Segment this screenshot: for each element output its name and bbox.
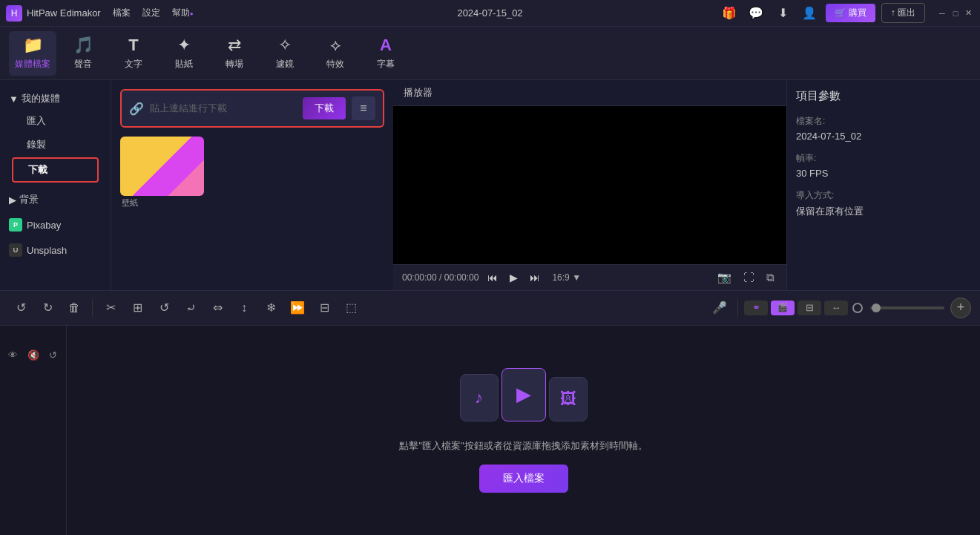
fullscreen-button[interactable]: ⛶ — [740, 269, 757, 285]
add-track-button[interactable]: + — [950, 298, 971, 318]
flip-v-button[interactable]: ↕ — [232, 296, 256, 320]
bottom-toolbar: ↺ ↻ 🗑 ✂ ⊞ ↺ ⤾ ⇔ ↕ ❄ ⏩ ⊟ ⬚ 🎤 ⚭ 🎬 ⊟ ↔ + — [0, 290, 980, 326]
menu-file[interactable]: 檔案 — [113, 7, 131, 19]
transition-icon: ⇄ — [228, 36, 241, 55]
logo-icon: H — [6, 5, 22, 22]
flip-h-button[interactable]: ⇔ — [205, 296, 229, 320]
menu-bar: 檔案 設定 幫助● — [113, 7, 194, 19]
menu-help[interactable]: 幫助● — [172, 7, 194, 19]
track-controls: 👁 🔇 ↺ — [0, 326, 66, 385]
sidebar-background-label: 背景 — [19, 193, 39, 206]
gift-icon[interactable]: 🎁 — [719, 3, 740, 24]
track-speaker-button[interactable]: 🔇 — [26, 347, 40, 364]
play-button[interactable]: ▶ — [507, 270, 521, 285]
image-card-icon: 🖼 — [549, 377, 588, 421]
unsplash-badge: U — [9, 243, 22, 257]
download-list-button[interactable]: ≡ — [352, 96, 375, 120]
download-input-area[interactable]: 貼上連結進行下載 — [150, 102, 297, 115]
sidebar-record-label: 錄製 — [27, 138, 46, 151]
toolbar-filter[interactable]: ✧ 濾鏡 — [261, 31, 309, 76]
link-tracks-button[interactable]: ⚭ — [744, 301, 768, 315]
minimize-button[interactable]: ─ — [937, 8, 947, 19]
user-icon[interactable]: 👤 — [799, 3, 820, 24]
snapshot-button[interactable]: 📷 — [714, 269, 734, 286]
sidebar-item-pixabay[interactable]: P Pixabay — [3, 214, 108, 236]
media-item-wallpaper[interactable]: 壁紙 — [120, 137, 204, 209]
sidebar-unsplash-label: Unsplash — [27, 245, 67, 256]
sidebar-item-record[interactable]: 錄製 — [12, 134, 99, 156]
crop-button[interactable]: ⊞ — [125, 296, 149, 320]
zoom-slider-thumb — [872, 303, 881, 312]
import-method-value: 保留在原有位置 — [796, 205, 971, 218]
media-grid: 壁紙 — [120, 137, 384, 209]
framerate-value: 30 FPS — [796, 168, 971, 179]
buy-button[interactable]: 🛒 購買 — [826, 4, 875, 22]
aspect-ratio[interactable]: 16:9 ▼ — [552, 272, 581, 283]
app-logo: H HitPaw Edimakor — [6, 5, 101, 22]
framerate-field: 幀率: 30 FPS — [796, 152, 971, 179]
video-track-button[interactable]: 🎬 — [771, 301, 795, 315]
toolbar-divider-2 — [737, 299, 738, 317]
keyframe-button[interactable]: ↔ — [824, 301, 848, 315]
download-button[interactable]: 下載 — [303, 97, 346, 119]
app-name: HitPaw Edimakor — [27, 7, 101, 19]
toolbar-effect[interactable]: ⟡ 特效 — [312, 31, 359, 76]
pip-button[interactable]: ⧉ — [763, 269, 777, 286]
track-lock-button[interactable]: ↺ — [46, 347, 60, 364]
sidebar-item-unsplash[interactable]: U Unsplash — [3, 239, 108, 261]
undo-button[interactable]: ↺ — [9, 296, 33, 320]
speed-button[interactable]: ⏩ — [286, 296, 309, 320]
delete-button[interactable]: 🗑 — [62, 296, 86, 320]
toolbar-subtitle[interactable]: A 字幕 — [362, 31, 410, 76]
sidebar-background-section: ▶ 背景 — [0, 187, 111, 212]
export-button[interactable]: ↑ 匯出 — [881, 3, 925, 23]
zoom-slider[interactable] — [870, 306, 944, 309]
wallpaper-label: 壁紙 — [120, 197, 204, 209]
chevron-right-icon: ▶ — [9, 194, 16, 206]
split-button[interactable]: ⊟ — [312, 296, 336, 320]
sidebar-background-toggle[interactable]: ▶ 背景 — [9, 190, 102, 209]
main-area: ▼ 我的媒體 匯入 錄製 下載 ▶ 背景 P Pixabay U Un — [0, 80, 980, 290]
redo-button[interactable]: ↻ — [36, 296, 59, 320]
toolbar-sticker[interactable]: ✦ 貼紙 — [160, 31, 208, 76]
subtitle-label: 字幕 — [377, 58, 395, 70]
pixabay-badge: P — [9, 218, 22, 232]
sidebar: ▼ 我的媒體 匯入 錄製 下載 ▶ 背景 P Pixabay U Un — [0, 80, 111, 290]
prev-frame-button[interactable]: ⏮ — [484, 270, 501, 285]
toolbar-text[interactable]: T 文字 — [110, 31, 157, 76]
chat-icon[interactable]: 💬 — [746, 3, 766, 24]
import-files-button[interactable]: 匯入檔案 — [479, 465, 568, 493]
toolbar-transition[interactable]: ⇄ 轉場 — [211, 31, 258, 76]
toolbar-audio[interactable]: 🎵 聲音 — [59, 31, 107, 76]
mic-button[interactable]: 🎤 — [708, 296, 731, 320]
audio-track-button[interactable]: ⊟ — [798, 301, 821, 315]
freeze-button[interactable]: ❄ — [259, 296, 283, 320]
next-frame-button[interactable]: ⏭ — [527, 270, 543, 285]
timeline-empty-text: 點擊"匯入檔案"按鈕或者從資源庫拖拽添加素材到時間軸。 — [399, 439, 647, 453]
maximize-button[interactable]: □ — [950, 8, 961, 19]
track-eye-button[interactable]: 👁 — [6, 347, 20, 364]
download-bar: 🔗 貼上連結進行下載 下載 ≡ — [120, 89, 384, 128]
close-button[interactable]: ✕ — [964, 8, 974, 19]
download-icon[interactable]: ⬇ — [772, 3, 793, 24]
menu-settings[interactable]: 設定 — [142, 7, 160, 19]
preview-controls: 00:00:00 / 00:00:00 ⏮ ▶ ⏭ 16:9 ▼ 📷 ⛶ ⧉ — [393, 264, 786, 290]
import-method-field: 導入方式: 保留在原有位置 — [796, 189, 971, 218]
preview-area: 播放器 00:00:00 / 00:00:00 ⏮ ▶ ⏭ 16:9 ▼ 📷 ⛶… — [393, 80, 787, 290]
rotate-button[interactable]: ⤾ — [179, 296, 203, 320]
filter-label: 濾鏡 — [276, 58, 294, 70]
cut-button[interactable]: ✂ — [99, 296, 122, 320]
main-toolbar: 📁 媒體檔案 🎵 聲音 T 文字 ✦ 貼紙 ⇄ 轉場 ✧ 濾鏡 ⟡ 特效 A 字… — [0, 27, 980, 80]
loop-button[interactable]: ↺ — [152, 296, 176, 320]
sticker-label: 貼紙 — [175, 58, 193, 70]
sidebar-my-media-toggle[interactable]: ▼ 我的媒體 — [9, 89, 102, 108]
sidebar-item-import[interactable]: 匯入 — [12, 110, 99, 132]
sidebar-download-label: 下載 — [28, 163, 47, 177]
toolbar-media[interactable]: 📁 媒體檔案 — [9, 31, 56, 76]
trim-button[interactable]: ⬚ — [339, 296, 363, 320]
effect-label: 特效 — [326, 58, 344, 70]
sidebar-pixabay-label: Pixabay — [27, 220, 61, 231]
sidebar-my-media-label: 我的媒體 — [22, 92, 60, 105]
sidebar-item-download[interactable]: 下載 — [12, 157, 99, 183]
timeline-area: 👁 🔇 ↺ ♪ ▶ 🖼 點擊"匯入檔案"按鈕或者從資源庫拖拽添加素材到時間軸。 … — [0, 326, 980, 536]
